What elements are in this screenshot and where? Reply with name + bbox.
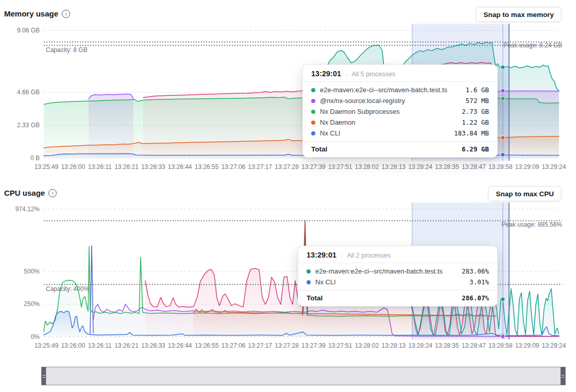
- tooltip-time: 13:29:01: [307, 251, 336, 259]
- svg-text:Capacity: 8 GB: Capacity: 8 GB: [46, 46, 88, 54]
- series-dot-icon: [311, 99, 315, 103]
- process-name: e2e-maven:e2e-ci--src/maven-batch.test.t…: [315, 267, 457, 275]
- process-value: 3.01%: [469, 278, 489, 286]
- svg-text:13:26:33: 13:26:33: [141, 163, 165, 171]
- svg-text:13:26:44: 13:26:44: [168, 342, 192, 349]
- svg-text:13:27:17: 13:27:17: [248, 163, 272, 171]
- tooltip-row: Nx CLI 183.84 MB: [303, 128, 497, 139]
- svg-text:2.33 GB: 2.33 GB: [17, 122, 40, 129]
- svg-text:13:28:24: 13:28:24: [408, 342, 432, 349]
- svg-text:250%: 250%: [24, 300, 40, 308]
- snap-to-max-cpu-button[interactable]: Snap to max CPU: [488, 186, 562, 201]
- svg-text:13:28:47: 13:28:47: [462, 342, 486, 349]
- svg-text:13:28:02: 13:28:02: [355, 342, 379, 349]
- cpu-tooltip-header: 13:29:01 · All 2 processes: [298, 246, 497, 263]
- total-value: 6.29 GB: [462, 145, 489, 153]
- process-value: 183.84 MB: [454, 129, 489, 137]
- info-icon[interactable]: i: [48, 189, 57, 197]
- tooltip-separator: ·: [341, 251, 343, 259]
- memory-tooltip-rows: e2e-maven:e2e-ci--src/maven-batch.test.t…: [303, 82, 497, 141]
- cpu-title-text: CPU usage: [4, 189, 45, 197]
- svg-text:13:27:06: 13:27:06: [222, 163, 246, 171]
- tooltip-row: e2e-maven:e2e-ci--src/maven-batch.test.t…: [303, 84, 497, 95]
- cpu-tooltip-rows: e2e-maven:e2e-ci--src/maven-batch.test.t…: [298, 263, 497, 290]
- series-dot-icon: [307, 280, 311, 284]
- svg-text:13:27:51: 13:27:51: [328, 163, 352, 171]
- svg-text:4.66 GB: 4.66 GB: [17, 89, 40, 96]
- svg-text:13:28:24: 13:28:24: [408, 163, 432, 171]
- svg-text:13:25:49: 13:25:49: [35, 342, 59, 349]
- svg-text:13:26:55: 13:26:55: [195, 163, 219, 171]
- tooltip-separator: ·: [345, 70, 347, 78]
- svg-text:13:28:13: 13:28:13: [382, 342, 406, 349]
- info-icon[interactable]: i: [62, 10, 70, 18]
- process-name: @nx/nx-source:local-registry: [320, 97, 461, 105]
- process-name: Nx CLI: [320, 129, 449, 137]
- profiler-page: Memory usage i Snap to max memory 9.06 G…: [0, 0, 576, 392]
- svg-text:13:26:00: 13:26:00: [61, 342, 85, 349]
- svg-text:13:29:24: 13:29:24: [542, 163, 566, 171]
- tooltip-row: Nx CLI 3.01%: [298, 277, 497, 287]
- svg-text:13:26:55: 13:26:55: [195, 342, 219, 349]
- total-label: Total: [311, 145, 462, 153]
- svg-text:13:28:58: 13:28:58: [488, 342, 513, 349]
- tooltip-row: Nx Daemon 1.22 GB: [303, 117, 497, 128]
- svg-text:13:26:33: 13:26:33: [141, 342, 165, 349]
- process-name: Nx Daemon Subprocesses: [320, 108, 457, 115]
- process-value: 1.22 GB: [462, 118, 489, 126]
- svg-text:13:26:21: 13:26:21: [114, 163, 139, 171]
- range-right-handle[interactable]: [561, 367, 565, 385]
- svg-text:13:25:49: 13:25:49: [35, 163, 59, 171]
- series-dot-icon: [311, 131, 315, 135]
- process-value: 283.06%: [462, 267, 489, 275]
- svg-text:13:29:09: 13:29:09: [515, 342, 539, 349]
- svg-text:13:28:47: 13:28:47: [462, 163, 486, 171]
- svg-text:13:27:51: 13:27:51: [328, 342, 352, 349]
- svg-text:13:26:21: 13:26:21: [114, 342, 139, 349]
- grip-icon: [562, 375, 564, 378]
- process-value: 2.73 GB: [462, 108, 489, 115]
- tooltip-scope: All 5 processes: [351, 71, 395, 78]
- svg-text:13:27:06: 13:27:06: [222, 342, 246, 349]
- svg-text:Peak usage: 885.56%: Peak usage: 885.56%: [502, 221, 563, 228]
- memory-tooltip: 13:29:01 · All 5 processes e2e-maven:e2e…: [302, 64, 498, 158]
- svg-text:13:28:58: 13:28:58: [488, 163, 513, 171]
- svg-text:974.12%: 974.12%: [15, 206, 40, 213]
- svg-text:0 B: 0 B: [30, 155, 40, 162]
- svg-text:13:26:11: 13:26:11: [88, 163, 112, 171]
- total-label: Total: [307, 294, 462, 302]
- svg-text:13:29:24: 13:29:24: [542, 342, 566, 349]
- memory-tooltip-total: Total 6.29 GB: [303, 142, 497, 157]
- series-dot-icon: [307, 269, 311, 274]
- total-value: 286.07%: [462, 294, 489, 302]
- tooltip-row: e2e-maven:e2e-ci--src/maven-batch.test.t…: [298, 266, 497, 277]
- svg-text:Peak usage: 8.24 GB: Peak usage: 8.24 GB: [503, 42, 562, 49]
- memory-title-text: Memory usage: [4, 9, 58, 18]
- svg-text:13:27:28: 13:27:28: [275, 342, 299, 349]
- range-track[interactable]: [46, 368, 561, 384]
- tooltip-row: Nx Daemon Subprocesses 2.73 GB: [303, 106, 497, 117]
- cpu-tooltip: 13:29:01 · All 2 processes e2e-maven:e2e…: [298, 246, 498, 306]
- process-name: Nx CLI: [315, 278, 465, 286]
- svg-text:13:28:35: 13:28:35: [435, 163, 459, 171]
- svg-text:13:28:35: 13:28:35: [435, 342, 459, 349]
- tooltip-scope: All 2 processes: [347, 252, 391, 259]
- svg-text:13:26:44: 13:26:44: [168, 163, 192, 171]
- time-range-slider[interactable]: [41, 367, 566, 385]
- process-value: 1.6 GB: [466, 86, 489, 94]
- svg-text:0%: 0%: [31, 333, 40, 340]
- snap-to-max-memory-button[interactable]: Snap to max memory: [476, 7, 562, 22]
- svg-text:13:27:39: 13:27:39: [301, 342, 326, 349]
- grip-icon: [43, 375, 45, 378]
- cpu-section-title: CPU usage i: [4, 189, 57, 197]
- cpu-tooltip-total: Total 286.07%: [298, 291, 497, 306]
- process-value: 572 MB: [466, 97, 489, 105]
- svg-text:13:26:00: 13:26:00: [61, 163, 85, 171]
- memory-section-title: Memory usage i: [4, 9, 70, 18]
- tooltip-time: 13:29:01: [311, 70, 341, 78]
- series-dot-icon: [311, 121, 315, 125]
- svg-text:13:27:17: 13:27:17: [248, 342, 272, 349]
- series-dot-icon: [311, 88, 315, 92]
- svg-text:13:26:11: 13:26:11: [88, 342, 112, 349]
- svg-text:13:28:13: 13:28:13: [382, 163, 406, 171]
